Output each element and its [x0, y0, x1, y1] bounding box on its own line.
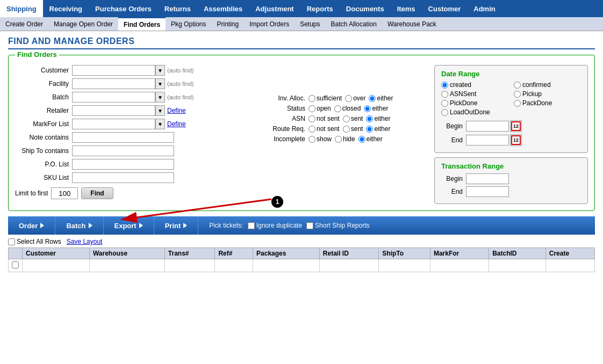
- order-arrow-icon: [40, 223, 44, 228]
- nav-shipping[interactable]: Shipping: [0, 0, 43, 17]
- status-open[interactable]: open: [308, 105, 331, 112]
- shipto-field-label: Ship To contains: [15, 147, 69, 155]
- date-begin-calendar-btn[interactable]: [510, 120, 522, 132]
- sku-input[interactable]: [72, 172, 174, 183]
- incomplete-either[interactable]: either: [358, 135, 383, 143]
- subnav-warehouse-pack[interactable]: Warehouse Pack: [382, 17, 442, 31]
- nav-documents[interactable]: Documents: [340, 0, 391, 17]
- markfor-dropdown-btn[interactable]: ▼: [155, 119, 165, 129]
- po-input[interactable]: [72, 159, 174, 170]
- subnav-manage-open-order[interactable]: Manage Open Order: [48, 17, 118, 31]
- col-markfor[interactable]: MarkFor: [430, 248, 489, 259]
- customer-dropdown-btn[interactable]: ▼: [155, 65, 165, 76]
- retailer-define-link[interactable]: Define: [167, 107, 186, 114]
- customer-hint: (auto find): [167, 67, 194, 74]
- date-end-input[interactable]: [466, 135, 509, 145]
- batch-button[interactable]: Batch: [55, 216, 103, 235]
- limit-input[interactable]: [51, 187, 78, 199]
- export-button[interactable]: Export: [104, 216, 154, 235]
- col-packages[interactable]: Packages: [253, 248, 320, 259]
- note-input[interactable]: [72, 132, 174, 143]
- subnav-pkg-options[interactable]: Pkg Options: [166, 17, 211, 31]
- trans-begin-input[interactable]: [466, 173, 509, 184]
- col-shipto[interactable]: ShipTo: [379, 248, 430, 259]
- inv-alloc-sufficient[interactable]: sufficient: [308, 94, 342, 102]
- trans-end-input[interactable]: [466, 186, 509, 197]
- col-batchid[interactable]: BatchID: [489, 248, 546, 259]
- date-begin-input[interactable]: [466, 121, 509, 132]
- customer-input[interactable]: [72, 65, 155, 76]
- date-radio-loadoutdone[interactable]: LoadOutDone: [441, 108, 508, 116]
- cell-ref: [215, 259, 253, 272]
- nav-returns[interactable]: Returns: [158, 0, 197, 17]
- markfor-define-link[interactable]: Define: [167, 120, 186, 128]
- date-radio-asnsent[interactable]: ASNSent: [441, 90, 508, 98]
- subnav-batch-allocation[interactable]: Batch Allocation: [326, 17, 382, 31]
- subnav-find-orders[interactable]: Find Orders: [118, 17, 166, 31]
- col-customer[interactable]: Customer: [23, 248, 90, 259]
- incomplete-show[interactable]: show: [308, 135, 332, 143]
- nav-items[interactable]: Items: [391, 0, 422, 17]
- date-radio-packdone[interactable]: PackDone: [514, 99, 581, 107]
- route-req-label: Route Req.: [257, 125, 305, 133]
- asn-sent[interactable]: sent: [343, 115, 363, 122]
- inv-alloc-over[interactable]: over: [345, 94, 365, 102]
- nav-reports[interactable]: Reports: [300, 0, 340, 17]
- date-radio-pickup[interactable]: Pickup: [514, 90, 581, 98]
- col-ref[interactable]: Ref#: [215, 248, 253, 259]
- nav-receiving[interactable]: Receiving: [43, 0, 89, 17]
- batch-input[interactable]: [72, 92, 155, 103]
- date-radio-created[interactable]: created: [441, 81, 508, 89]
- nav-customer[interactable]: Customer: [422, 0, 468, 17]
- row-checkbox[interactable]: [9, 259, 23, 272]
- route-not-sent[interactable]: not sent: [308, 125, 340, 133]
- asn-label: ASN: [257, 115, 305, 122]
- col-trans[interactable]: Trans#: [164, 248, 215, 259]
- nav-adjustment[interactable]: Adjustment: [249, 0, 300, 17]
- export-arrow-icon: [139, 223, 143, 228]
- asn-not-sent[interactable]: not sent: [308, 115, 340, 122]
- batch-arrow-icon: [89, 223, 92, 228]
- route-either[interactable]: either: [366, 125, 390, 133]
- markfor-input[interactable]: [72, 119, 155, 129]
- transaction-range-section: Transaction Range Begin End: [434, 157, 588, 204]
- nav-assemblies[interactable]: Assemblies: [197, 0, 249, 17]
- save-layout-link[interactable]: Save Layout: [67, 238, 103, 245]
- batch-dropdown-btn[interactable]: ▼: [155, 92, 165, 103]
- facility-dropdown-btn[interactable]: ▼: [155, 78, 165, 89]
- incomplete-hide[interactable]: hide: [335, 135, 355, 143]
- form-left-column: Customer ▼ (auto find) Facility ▼ (auto …: [15, 65, 246, 204]
- annotation-1: 1: [271, 196, 283, 208]
- table-row: [9, 259, 595, 272]
- ignore-duplicate-option[interactable]: Ignore duplicate: [248, 222, 302, 229]
- col-create[interactable]: Create: [545, 248, 594, 259]
- route-sent[interactable]: sent: [343, 125, 363, 133]
- subnav-printing[interactable]: Printing: [211, 17, 244, 31]
- nav-purchase-orders[interactable]: Purchase Orders: [89, 0, 158, 17]
- subnav-import-orders[interactable]: Import Orders: [244, 17, 295, 31]
- subnav-setups[interactable]: Setups: [295, 17, 325, 31]
- facility-input[interactable]: [72, 78, 155, 89]
- col-retail-id[interactable]: Retail ID: [319, 248, 378, 259]
- status-either[interactable]: either: [364, 105, 388, 112]
- asn-either[interactable]: either: [366, 115, 390, 122]
- date-radio-confirmed[interactable]: confirmed: [514, 81, 581, 89]
- date-end-calendar-btn[interactable]: [510, 134, 522, 146]
- limit-label: Limit to first: [15, 190, 48, 197]
- inv-alloc-either[interactable]: either: [369, 94, 393, 102]
- print-button[interactable]: Print: [154, 216, 199, 235]
- status-closed[interactable]: closed: [334, 105, 361, 112]
- col-warehouse[interactable]: Warehouse: [89, 248, 164, 259]
- retailer-input[interactable]: [72, 105, 155, 116]
- order-button[interactable]: Order: [8, 216, 55, 235]
- date-radio-pickdone[interactable]: PickDone: [441, 99, 508, 107]
- select-all-rows[interactable]: Select All Rows: [8, 238, 61, 245]
- subnav-create-order[interactable]: Create Order: [0, 17, 48, 31]
- facility-field-label: Facility: [15, 80, 69, 88]
- calendar-icon: [511, 121, 521, 131]
- shipto-input[interactable]: [72, 145, 174, 156]
- short-ship-option[interactable]: Short Ship Reports: [306, 222, 369, 229]
- retailer-dropdown-btn[interactable]: ▼: [155, 105, 165, 116]
- find-button[interactable]: Find: [81, 187, 113, 199]
- nav-admin[interactable]: Admin: [467, 0, 501, 17]
